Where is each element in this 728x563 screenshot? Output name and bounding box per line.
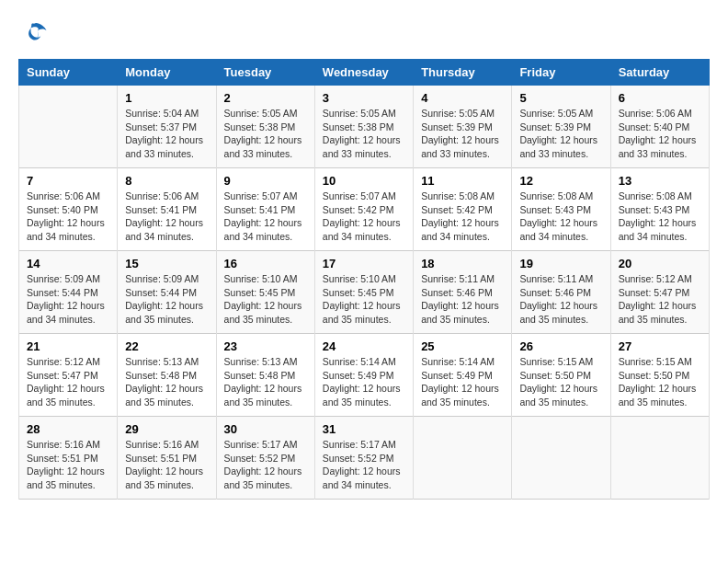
calendar-cell: 19Sunrise: 5:11 AM Sunset: 5:46 PM Dayli… bbox=[512, 251, 610, 334]
weekday-header-monday: Monday bbox=[118, 60, 216, 86]
day-info: Sunrise: 5:09 AM Sunset: 5:44 PM Dayligh… bbox=[27, 272, 109, 327]
day-info: Sunrise: 5:08 AM Sunset: 5:43 PM Dayligh… bbox=[519, 190, 602, 244]
day-info: Sunrise: 5:06 AM Sunset: 5:41 PM Dayligh… bbox=[125, 190, 208, 244]
calendar-cell: 24Sunrise: 5:14 AM Sunset: 5:49 PM Dayli… bbox=[314, 334, 413, 417]
day-info: Sunrise: 5:14 AM Sunset: 5:49 PM Dayligh… bbox=[323, 355, 405, 409]
logo-icon bbox=[20, 18, 48, 46]
calendar-cell bbox=[610, 417, 709, 500]
day-number: 15 bbox=[125, 257, 208, 270]
day-info: Sunrise: 5:13 AM Sunset: 5:48 PM Dayligh… bbox=[224, 355, 307, 409]
day-info: Sunrise: 5:05 AM Sunset: 5:39 PM Dayligh… bbox=[421, 107, 504, 161]
calendar-cell bbox=[414, 417, 512, 500]
day-number: 6 bbox=[619, 91, 701, 105]
day-number: 17 bbox=[323, 257, 405, 270]
day-number: 29 bbox=[125, 422, 208, 436]
calendar-week-row: 1Sunrise: 5:04 AM Sunset: 5:37 PM Daylig… bbox=[19, 86, 710, 168]
weekday-header-thursday: Thursday bbox=[414, 60, 512, 86]
day-number: 25 bbox=[421, 339, 504, 353]
calendar-cell: 29Sunrise: 5:16 AM Sunset: 5:51 PM Dayli… bbox=[118, 417, 216, 500]
day-number: 13 bbox=[619, 174, 701, 188]
day-number: 30 bbox=[224, 422, 307, 436]
weekday-header-wednesday: Wednesday bbox=[314, 60, 413, 86]
page-header bbox=[18, 18, 710, 50]
day-number: 4 bbox=[421, 91, 504, 105]
day-info: Sunrise: 5:16 AM Sunset: 5:51 PM Dayligh… bbox=[27, 438, 109, 492]
day-info: Sunrise: 5:10 AM Sunset: 5:45 PM Dayligh… bbox=[323, 272, 405, 327]
day-number: 16 bbox=[224, 257, 307, 270]
day-info: Sunrise: 5:12 AM Sunset: 5:47 PM Dayligh… bbox=[27, 355, 109, 409]
calendar-cell: 22Sunrise: 5:13 AM Sunset: 5:48 PM Dayli… bbox=[118, 334, 216, 417]
calendar-cell: 27Sunrise: 5:15 AM Sunset: 5:50 PM Dayli… bbox=[610, 334, 709, 417]
calendar-cell: 16Sunrise: 5:10 AM Sunset: 5:45 PM Dayli… bbox=[216, 251, 314, 334]
day-info: Sunrise: 5:15 AM Sunset: 5:50 PM Dayligh… bbox=[619, 355, 701, 409]
day-number: 19 bbox=[519, 257, 602, 270]
calendar-cell: 23Sunrise: 5:13 AM Sunset: 5:48 PM Dayli… bbox=[216, 334, 314, 417]
day-info: Sunrise: 5:14 AM Sunset: 5:49 PM Dayligh… bbox=[421, 355, 504, 409]
calendar-cell: 8Sunrise: 5:06 AM Sunset: 5:41 PM Daylig… bbox=[118, 168, 216, 251]
day-number: 20 bbox=[619, 257, 701, 270]
calendar-cell: 30Sunrise: 5:17 AM Sunset: 5:52 PM Dayli… bbox=[216, 417, 314, 500]
day-info: Sunrise: 5:05 AM Sunset: 5:38 PM Dayligh… bbox=[323, 107, 405, 161]
calendar-cell bbox=[512, 417, 610, 500]
day-number: 12 bbox=[519, 174, 602, 188]
calendar-cell: 4Sunrise: 5:05 AM Sunset: 5:39 PM Daylig… bbox=[414, 86, 512, 168]
day-info: Sunrise: 5:17 AM Sunset: 5:52 PM Dayligh… bbox=[224, 438, 307, 492]
day-number: 9 bbox=[224, 174, 307, 188]
day-info: Sunrise: 5:17 AM Sunset: 5:52 PM Dayligh… bbox=[323, 438, 405, 492]
calendar-cell: 1Sunrise: 5:04 AM Sunset: 5:37 PM Daylig… bbox=[118, 86, 216, 168]
day-info: Sunrise: 5:06 AM Sunset: 5:40 PM Dayligh… bbox=[619, 107, 701, 161]
calendar-cell: 26Sunrise: 5:15 AM Sunset: 5:50 PM Dayli… bbox=[512, 334, 610, 417]
day-info: Sunrise: 5:08 AM Sunset: 5:43 PM Dayligh… bbox=[619, 190, 701, 244]
calendar-cell: 7Sunrise: 5:06 AM Sunset: 5:40 PM Daylig… bbox=[19, 168, 118, 251]
day-info: Sunrise: 5:07 AM Sunset: 5:42 PM Dayligh… bbox=[323, 190, 405, 244]
day-number: 10 bbox=[323, 174, 405, 188]
day-number: 5 bbox=[519, 91, 602, 105]
day-info: Sunrise: 5:13 AM Sunset: 5:48 PM Dayligh… bbox=[125, 355, 208, 409]
calendar-cell: 21Sunrise: 5:12 AM Sunset: 5:47 PM Dayli… bbox=[19, 334, 118, 417]
day-number: 24 bbox=[323, 339, 405, 353]
weekday-header-friday: Friday bbox=[512, 60, 610, 86]
calendar-week-row: 7Sunrise: 5:06 AM Sunset: 5:40 PM Daylig… bbox=[19, 168, 710, 251]
calendar-cell: 12Sunrise: 5:08 AM Sunset: 5:43 PM Dayli… bbox=[512, 168, 610, 251]
calendar-table: SundayMondayTuesdayWednesdayThursdayFrid… bbox=[18, 59, 710, 500]
day-info: Sunrise: 5:10 AM Sunset: 5:45 PM Dayligh… bbox=[224, 272, 307, 327]
day-info: Sunrise: 5:16 AM Sunset: 5:51 PM Dayligh… bbox=[125, 438, 208, 492]
calendar-cell: 28Sunrise: 5:16 AM Sunset: 5:51 PM Dayli… bbox=[19, 417, 118, 500]
calendar-cell: 11Sunrise: 5:08 AM Sunset: 5:42 PM Dayli… bbox=[414, 168, 512, 251]
day-number: 7 bbox=[27, 174, 109, 188]
day-number: 18 bbox=[421, 257, 504, 270]
calendar-cell: 5Sunrise: 5:05 AM Sunset: 5:39 PM Daylig… bbox=[512, 86, 610, 168]
calendar-cell bbox=[19, 86, 118, 168]
day-info: Sunrise: 5:11 AM Sunset: 5:46 PM Dayligh… bbox=[519, 272, 602, 327]
day-info: Sunrise: 5:06 AM Sunset: 5:40 PM Dayligh… bbox=[27, 190, 109, 244]
day-number: 11 bbox=[421, 174, 504, 188]
weekday-header-saturday: Saturday bbox=[610, 60, 709, 86]
day-number: 1 bbox=[125, 91, 208, 105]
day-number: 21 bbox=[27, 339, 109, 353]
day-number: 23 bbox=[224, 339, 307, 353]
weekday-header-tuesday: Tuesday bbox=[216, 60, 314, 86]
day-number: 2 bbox=[224, 91, 307, 105]
day-info: Sunrise: 5:11 AM Sunset: 5:46 PM Dayligh… bbox=[421, 272, 504, 327]
calendar-cell: 17Sunrise: 5:10 AM Sunset: 5:45 PM Dayli… bbox=[314, 251, 413, 334]
calendar-cell: 15Sunrise: 5:09 AM Sunset: 5:44 PM Dayli… bbox=[118, 251, 216, 334]
calendar-cell: 20Sunrise: 5:12 AM Sunset: 5:47 PM Dayli… bbox=[610, 251, 709, 334]
day-number: 28 bbox=[27, 422, 109, 436]
day-info: Sunrise: 5:07 AM Sunset: 5:41 PM Dayligh… bbox=[224, 190, 307, 244]
calendar-cell: 2Sunrise: 5:05 AM Sunset: 5:38 PM Daylig… bbox=[216, 86, 314, 168]
day-number: 3 bbox=[323, 91, 405, 105]
day-number: 31 bbox=[323, 422, 405, 436]
day-number: 14 bbox=[27, 257, 109, 270]
calendar-week-row: 28Sunrise: 5:16 AM Sunset: 5:51 PM Dayli… bbox=[19, 417, 710, 500]
day-info: Sunrise: 5:08 AM Sunset: 5:42 PM Dayligh… bbox=[421, 190, 504, 244]
calendar-cell: 10Sunrise: 5:07 AM Sunset: 5:42 PM Dayli… bbox=[314, 168, 413, 251]
day-number: 22 bbox=[125, 339, 208, 353]
logo bbox=[18, 18, 48, 50]
day-info: Sunrise: 5:09 AM Sunset: 5:44 PM Dayligh… bbox=[125, 272, 208, 327]
calendar-cell: 3Sunrise: 5:05 AM Sunset: 5:38 PM Daylig… bbox=[314, 86, 413, 168]
calendar-header-row: SundayMondayTuesdayWednesdayThursdayFrid… bbox=[19, 60, 710, 86]
calendar-week-row: 21Sunrise: 5:12 AM Sunset: 5:47 PM Dayli… bbox=[19, 334, 710, 417]
calendar-cell: 13Sunrise: 5:08 AM Sunset: 5:43 PM Dayli… bbox=[610, 168, 709, 251]
calendar-cell: 14Sunrise: 5:09 AM Sunset: 5:44 PM Dayli… bbox=[19, 251, 118, 334]
day-info: Sunrise: 5:04 AM Sunset: 5:37 PM Dayligh… bbox=[125, 107, 208, 161]
